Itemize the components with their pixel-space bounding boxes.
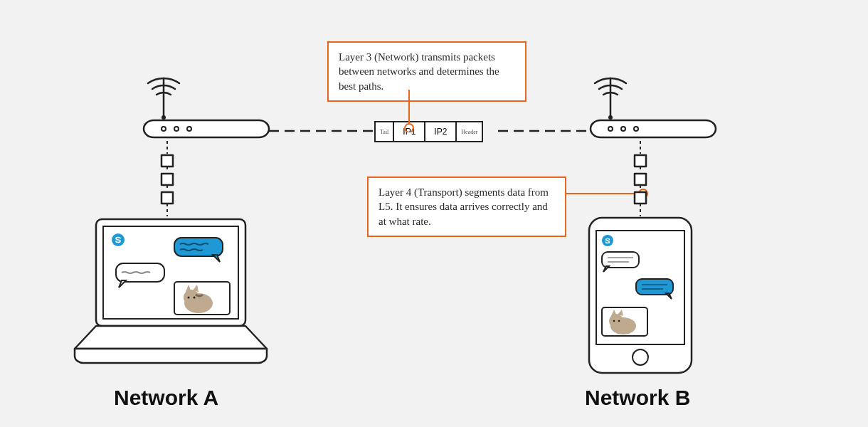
router-b bbox=[582, 68, 724, 146]
data-squares-b bbox=[630, 141, 651, 219]
callout-layer3-connector bbox=[398, 90, 420, 132]
svg-rect-23 bbox=[162, 192, 173, 204]
packet-header: Header bbox=[457, 122, 482, 141]
router-a bbox=[135, 68, 277, 146]
callout-layer4: Layer 4 (Transport) segments data from L… bbox=[367, 176, 566, 237]
data-squares-a bbox=[157, 141, 178, 219]
skype-icon bbox=[112, 233, 125, 246]
callout-layer3: Layer 3 (Network) transmits packets betw… bbox=[327, 41, 526, 102]
phone bbox=[583, 214, 697, 377]
link-left bbox=[269, 124, 374, 138]
svg-rect-26 bbox=[635, 155, 646, 167]
laptop bbox=[60, 214, 281, 370]
svg-point-43 bbox=[194, 297, 196, 299]
link-right bbox=[498, 124, 591, 138]
svg-rect-28 bbox=[635, 174, 646, 185]
svg-rect-47 bbox=[602, 252, 639, 268]
svg-point-39 bbox=[184, 290, 199, 305]
svg-point-42 bbox=[188, 297, 190, 299]
svg-point-59 bbox=[618, 320, 620, 322]
svg-point-15 bbox=[405, 124, 413, 132]
svg-rect-8 bbox=[591, 120, 716, 137]
svg-point-7 bbox=[608, 115, 613, 120]
callout-layer3-text: Layer 3 (Network) transmits packets betw… bbox=[339, 51, 499, 92]
svg-point-1 bbox=[162, 115, 166, 120]
svg-rect-30 bbox=[635, 192, 646, 204]
network-b-label: Network B bbox=[585, 386, 690, 410]
skype-icon bbox=[602, 235, 613, 246]
svg-rect-35 bbox=[174, 238, 223, 256]
callout-layer4-text: Layer 4 (Transport) segments data from L… bbox=[379, 186, 549, 227]
svg-point-58 bbox=[613, 320, 615, 322]
svg-rect-50 bbox=[636, 279, 673, 295]
packet: Tail IP1 IP2 Header bbox=[374, 121, 483, 142]
packet-tail: Tail bbox=[376, 122, 394, 141]
svg-rect-21 bbox=[162, 174, 173, 185]
network-a-label: Network A bbox=[114, 386, 218, 410]
svg-rect-19 bbox=[162, 155, 173, 167]
home-button-icon bbox=[633, 349, 648, 365]
packet-ip2: IP2 bbox=[425, 122, 457, 141]
svg-rect-2 bbox=[144, 120, 269, 137]
